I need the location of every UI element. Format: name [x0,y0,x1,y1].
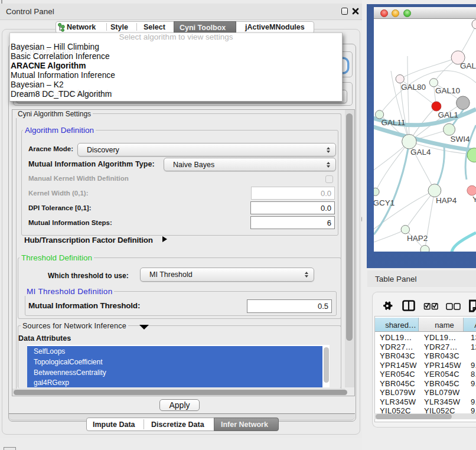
svg-text:GAL4: GAL4 [410,148,431,156]
svg-text:GAL11: GAL11 [382,118,406,127]
svg-text:HAP2: HAP2 [407,234,428,243]
svg-text:GAL10: GAL10 [435,86,460,95]
svg-text:GCY1: GCY1 [374,198,395,207]
svg-text:HAP4: HAP4 [436,196,457,205]
svg-text:GAL1: GAL1 [438,110,459,119]
svg-text:GAL7: GAL7 [460,61,476,70]
svg-text:SWI4: SWI4 [451,135,470,144]
svg-text:GAL80: GAL80 [401,83,426,92]
svg-text:Y: Y [472,195,476,204]
